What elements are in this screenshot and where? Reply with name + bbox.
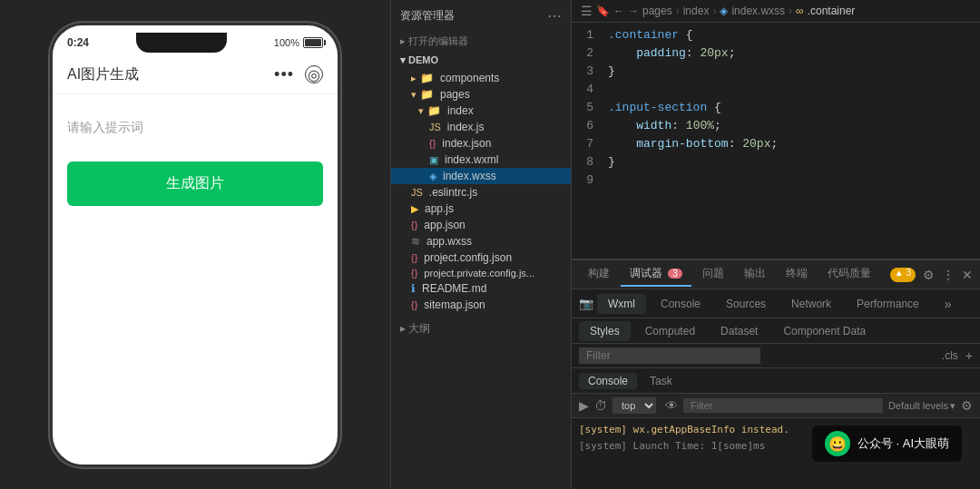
- eye-icon[interactable]: 👁: [665, 398, 678, 413]
- open-editor-section[interactable]: ▸ 打开的编辑器: [391, 32, 571, 51]
- phone-time: 0:24: [67, 36, 89, 49]
- outline-label[interactable]: ▸ 大纲: [400, 321, 430, 337]
- chevron-icon: ▾: [950, 400, 956, 412]
- json-file-icon: {}: [411, 220, 417, 230]
- add-style-icon[interactable]: +: [965, 348, 973, 363]
- folder-icon-components: 📁: [420, 72, 434, 84]
- tab-code-quality[interactable]: 代码质量: [818, 262, 880, 287]
- tree-eslintrc[interactable]: JS .eslintrc.js: [391, 184, 571, 200]
- tab-output[interactable]: 输出: [735, 262, 775, 287]
- warning-badge: ▲ 3: [890, 268, 916, 282]
- tree-index-wxml[interactable]: ▣ index.wxml: [391, 152, 571, 168]
- inspector-tabs: 📷 Wxml Console Sources Network Performan…: [572, 289, 980, 318]
- phone-generate-button[interactable]: 生成图片: [67, 161, 323, 206]
- code-line-9: 9: [572, 171, 980, 190]
- demo-section[interactable]: ▾ DEMO: [391, 51, 571, 70]
- folder-icon-index: 📁: [427, 104, 441, 117]
- breadcrumb-selector-icon: ∞: [796, 5, 804, 17]
- tab-terminal[interactable]: 终端: [777, 262, 817, 287]
- tree-app-wxss[interactable]: ≋ app.wxss: [391, 233, 571, 249]
- phone-notch: [136, 33, 227, 53]
- tree-index-wxss[interactable]: ◈ index.wxss: [391, 168, 571, 184]
- settings-icon[interactable]: ⚙: [923, 268, 935, 282]
- style-filter-input[interactable]: [579, 347, 760, 364]
- explorer-title: 资源管理器: [400, 8, 455, 24]
- tree-index-folder[interactable]: ▾ 📁 index: [391, 103, 571, 119]
- tab-debugger[interactable]: 调试器 3: [621, 262, 691, 287]
- tab-network[interactable]: Network: [780, 294, 842, 314]
- breadcrumb-selector: .container: [808, 5, 856, 17]
- tab-wxml[interactable]: Wxml: [597, 294, 646, 314]
- tree-readme[interactable]: ℹ README.md: [391, 280, 571, 297]
- scan-icon: ◎: [305, 65, 323, 83]
- js-file-icon: JS: [429, 122, 441, 132]
- code-line-8: 8 }: [572, 153, 980, 171]
- close-icon[interactable]: ✕: [962, 268, 973, 282]
- file-explorer-panel: 资源管理器 ⋯ ▸ 打开的编辑器 ▾ DEMO ▸ 📁 components ▾…: [390, 0, 572, 489]
- console-context-select[interactable]: top: [612, 397, 656, 414]
- item-label: index.wxss: [443, 170, 496, 182]
- item-label: index.json: [442, 137, 491, 150]
- back-icon[interactable]: ←: [613, 5, 624, 17]
- tab-styles[interactable]: Styles: [579, 321, 631, 341]
- watermark: 😀 公众号 · AI大眼萌: [812, 425, 962, 462]
- tree-sitemap[interactable]: {} sitemap.json: [391, 297, 571, 313]
- tree-project-config[interactable]: {} project.config.json: [391, 249, 571, 266]
- tab-dataset[interactable]: Dataset: [710, 321, 769, 341]
- console-filter-input[interactable]: [683, 398, 883, 413]
- breadcrumb-icon: ☰: [581, 4, 593, 18]
- tree-index-js[interactable]: JS index.js: [391, 119, 571, 135]
- tab-performance[interactable]: Performance: [846, 294, 930, 314]
- item-label: project.private.config.js...: [424, 268, 534, 279]
- cls-button[interactable]: .cls: [942, 349, 958, 362]
- phone-status-bar: 0:24 100%: [53, 25, 338, 56]
- wxml-file-icon: ▣: [429, 154, 438, 166]
- item-label: app.js: [425, 202, 454, 215]
- forward-icon[interactable]: →: [628, 5, 639, 17]
- console-subtabs: Console Task: [572, 368, 980, 394]
- more-actions-icon[interactable]: ⋯: [547, 7, 562, 24]
- code-line-3: 3 }: [572, 63, 980, 81]
- tree-app-js[interactable]: ▶ app.js: [391, 200, 571, 217]
- tab-more[interactable]: »: [934, 293, 963, 315]
- tab-issues[interactable]: 问题: [693, 262, 733, 287]
- console-toolbar: ▶ ⏱ top 👁 Default levels ▾ ⚙: [572, 394, 980, 418]
- json-file-icon: {}: [429, 138, 436, 149]
- tree-project-private[interactable]: {} project.private.config.js...: [391, 266, 571, 280]
- tab-computed[interactable]: Computed: [634, 321, 706, 341]
- bookmark-icon: 🔖: [596, 5, 610, 17]
- phone-frame: 0:24 100% AI图片生成 ••• ◎ 请输入提示词 生成图片: [50, 23, 340, 467]
- tab-sources[interactable]: Sources: [715, 294, 777, 314]
- wm-icon: 😀: [825, 431, 850, 456]
- item-label: components: [440, 72, 499, 84]
- tab-console[interactable]: Console: [650, 294, 711, 314]
- tree-app-json[interactable]: {} app.json: [391, 217, 571, 233]
- item-label: pages: [440, 88, 470, 101]
- tree-pages[interactable]: ▾ 📁 pages: [391, 86, 571, 103]
- code-editor: 1 .container { 2 padding: 20px; 3 } 4 5 …: [572, 23, 980, 259]
- wxss-file-icon: ◈: [429, 171, 436, 182]
- folder-icon-pages: 📁: [420, 88, 434, 101]
- tree-index-json[interactable]: {} index.json: [391, 135, 571, 152]
- tab-component-data[interactable]: Component Data: [772, 321, 877, 341]
- play-icon[interactable]: ▶: [579, 398, 589, 413]
- tab-task[interactable]: Task: [641, 373, 681, 389]
- tab-console-bottom[interactable]: Console: [579, 373, 637, 389]
- console-level-select[interactable]: Default levels ▾: [888, 400, 956, 412]
- phone-battery: 100%: [274, 37, 323, 48]
- more-icon[interactable]: ⋮: [942, 268, 955, 282]
- tab-build[interactable]: 构建: [579, 262, 619, 287]
- devtools-top-tabs: 构建 调试器 3 问题 输出 终端 代码质量 ▲ 3 ⚙ ⋮ ✕: [572, 260, 980, 289]
- editor-breadcrumb: ☰ 🔖 ← → pages › index › ◈ index.wxss › ∞…: [572, 0, 980, 23]
- console-gear-icon[interactable]: ⚙: [961, 398, 973, 413]
- json-file-icon: {}: [411, 252, 417, 263]
- watermark-text: 公众号 · AI大眼萌: [858, 435, 949, 452]
- tree-components[interactable]: ▸ 📁 components: [391, 70, 571, 86]
- item-label: sitemap.json: [424, 298, 485, 311]
- wxss-file-icon: ≋: [411, 235, 420, 248]
- clock-icon[interactable]: ⏱: [594, 398, 607, 413]
- item-label: app.wxss: [426, 235, 472, 248]
- phone-title-icons: ••• ◎: [274, 65, 323, 84]
- folder-expand-icon: ▾: [411, 89, 416, 101]
- breadcrumb-index: index: [683, 5, 710, 17]
